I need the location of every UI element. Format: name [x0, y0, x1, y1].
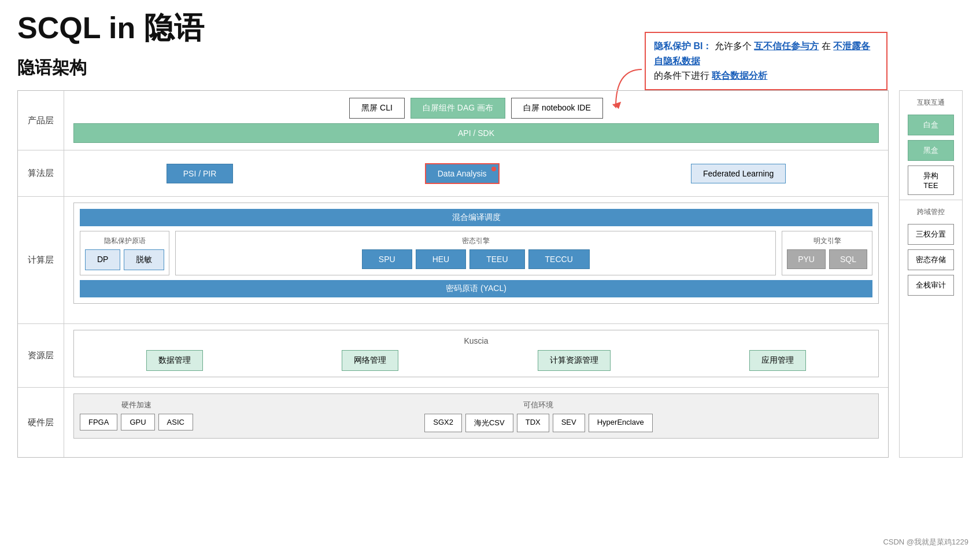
product-layer-content: 黑屏 CLI 白屏组件 DAG 画布 白屏 notebook IDE API /… [64, 91, 888, 150]
plain-engine: 明文引擎 PYU SQL [782, 231, 872, 275]
resource-app: 应用管理 [749, 350, 806, 371]
sidebar-cryptostorage: 密态存储 [908, 249, 954, 270]
sidebar-threepowers: 三权分置 [908, 224, 954, 245]
sidebar-interconnect-title: 互联互通 [917, 95, 945, 110]
plain-title: 明文引擎 [813, 236, 841, 246]
hardware-accel-title: 硬件加速 [121, 400, 151, 410]
hardware-sections: 硬件加速 FPGA GPU ASIC 可信环境 SGX2 [80, 400, 872, 432]
product-dag: 白屏组件 DAG 画布 [411, 98, 505, 119]
annotation-box: 隐私保护 BI： 允许多个 互不信任参与方 在 不泄露各自隐私数据 的条件下进行… [645, 32, 887, 90]
product-layer-label: 产品层 [18, 91, 64, 150]
compute-title-bar: 混合编译调度 [80, 209, 872, 226]
algorithm-layer-label: 算法层 [18, 150, 64, 196]
resource-items: 数据管理 网络管理 计算资源管理 应用管理 [80, 350, 872, 371]
hw-sev: SEV [553, 414, 585, 432]
hw-sgx2: SGX2 [424, 414, 462, 432]
hardware-accel: 硬件加速 FPGA GPU ASIC [80, 400, 193, 432]
red-dot [491, 167, 496, 171]
compute-bottom-bar: 密码原语 (YACL) [80, 280, 872, 297]
product-layer-row: 产品层 黑屏 CLI 白屏组件 DAG 画布 白屏 notebook IDE A… [18, 91, 888, 150]
resource-layer-row: 资源层 Kuscia 数据管理 网络管理 计算资源管理 应用管理 [18, 324, 888, 388]
crypto-engine: 密态引擎 SPU HEU TEEU TECCU [175, 231, 776, 275]
sidebar-crossdomain-title: 跨域管控 [917, 205, 945, 219]
resource-layer-label: 资源层 [18, 324, 64, 387]
privacy-primitives: 隐私保护原语 DP 脱敏 [80, 231, 169, 275]
annotation-text6: 联合数据分析 [712, 71, 767, 80]
hardware-layer-label: 硬件层 [18, 388, 64, 457]
sidebar-tee: 异构 TEE [908, 165, 954, 195]
compute-spu: SPU [362, 249, 412, 269]
algo-federated: Federated Learning [691, 164, 786, 183]
footer-credit: CSDN @我就是菜鸡1229 [883, 537, 968, 547]
product-notebook: 白屏 notebook IDE [511, 98, 603, 119]
compute-desensitize: 脱敏 [124, 249, 164, 270]
compute-dp: DP [85, 249, 120, 270]
annotation-text2: 互不信任参与方 [754, 41, 819, 51]
hw-hyperenclave: HyperEnclave [589, 414, 653, 432]
resource-data: 数据管理 [146, 350, 203, 371]
compute-sql: SQL [829, 249, 867, 269]
compute-layer-content: 混合编译调度 隐私保护原语 DP 脱敏 密态引擎 [64, 197, 888, 323]
compute-teeu: TEEU [469, 249, 524, 269]
hardware-outer: 硬件加速 FPGA GPU ASIC 可信环境 SGX2 [73, 393, 879, 439]
compute-layer-label: 计算层 [18, 197, 64, 323]
algorithm-layer-content: PSI / PIR Data Analysis Federated Learni… [64, 150, 888, 196]
product-cli: 黑屏 CLI [349, 98, 405, 119]
hardware-layer-row: 硬件层 硬件加速 FPGA GPU ASIC [18, 388, 888, 457]
sidebar-interconnect: 互联互通 白盒 黑盒 异构 TEE [900, 91, 962, 200]
crypto-title: 密态引擎 [462, 236, 490, 246]
hw-hcsv: 海光CSV [465, 414, 513, 432]
hardware-accel-items: FPGA GPU ASIC [80, 414, 193, 430]
compute-heu: HEU [416, 249, 467, 269]
compute-pyu: PYU [787, 249, 826, 269]
privacy-title: 隐私保护原语 [104, 236, 146, 246]
product-row1: 黑屏 CLI 白屏组件 DAG 画布 白屏 notebook IDE [73, 98, 879, 119]
annotation-text5: 的条件下进行 [654, 71, 709, 80]
hardware-trusted-title: 可信环境 [523, 400, 553, 410]
resource-title: Kuscia [80, 336, 872, 345]
crypto-items: SPU HEU TEEU TECCU [362, 249, 590, 269]
sidebar-audit: 全栈审计 [908, 275, 954, 296]
right-sidebar: 互联互通 白盒 黑盒 异构 TEE 跨域管控 三权分置 密态存储 全栈审计 [899, 90, 963, 458]
hw-gpu: GPU [121, 414, 154, 430]
resource-layer-content: Kuscia 数据管理 网络管理 计算资源管理 应用管理 [64, 324, 888, 387]
sidebar-whitebox: 白盒 [908, 115, 954, 135]
resource-compute: 计算资源管理 [538, 350, 611, 371]
resource-network: 网络管理 [342, 350, 398, 371]
annotation-text1: 允许多个 [715, 41, 752, 51]
sidebar-blackbox: 黑盒 [908, 140, 954, 161]
hardware-layer-content: 硬件加速 FPGA GPU ASIC 可信环境 SGX2 [64, 388, 888, 457]
content-area: 产品层 黑屏 CLI 白屏组件 DAG 画布 白屏 notebook IDE A… [17, 90, 963, 458]
hw-asic: ASIC [158, 414, 193, 430]
privacy-items: DP 脱敏 [85, 249, 164, 270]
compute-outer: 混合编译调度 隐私保护原语 DP 脱敏 密态引擎 [73, 203, 879, 304]
product-api: API / SDK [73, 123, 879, 143]
main-diagram: 产品层 黑屏 CLI 白屏组件 DAG 画布 白屏 notebook IDE A… [17, 90, 889, 458]
algorithm-layer-row: 算法层 PSI / PIR Data Analysis Federated Le… [18, 150, 888, 197]
annotation-text3: 在 [822, 41, 831, 51]
compute-layer-row: 计算层 混合编译调度 隐私保护原语 DP 脱敏 [18, 197, 888, 324]
hw-tdx: TDX [517, 414, 549, 432]
algo-data-analysis: Data Analysis [425, 163, 500, 184]
resource-outer: Kuscia 数据管理 网络管理 计算资源管理 应用管理 [73, 330, 879, 377]
hardware-trusted: 可信环境 SGX2 海光CSV TDX SEV HyperEnclave [205, 400, 872, 432]
plain-items: PYU SQL [787, 249, 867, 269]
annotation-label: 隐私保护 BI： [654, 41, 712, 51]
algo-psi: PSI / PIR [167, 164, 234, 183]
hw-fpga: FPGA [80, 414, 117, 430]
compute-middle: 隐私保护原语 DP 脱敏 密态引擎 SPU HEU [80, 231, 872, 275]
sidebar-crossdomain: 跨域管控 三权分置 密态存储 全栈审计 [900, 200, 962, 300]
hardware-trusted-items: SGX2 海光CSV TDX SEV HyperEnclave [424, 414, 652, 432]
compute-teccu: TECCU [528, 249, 590, 269]
